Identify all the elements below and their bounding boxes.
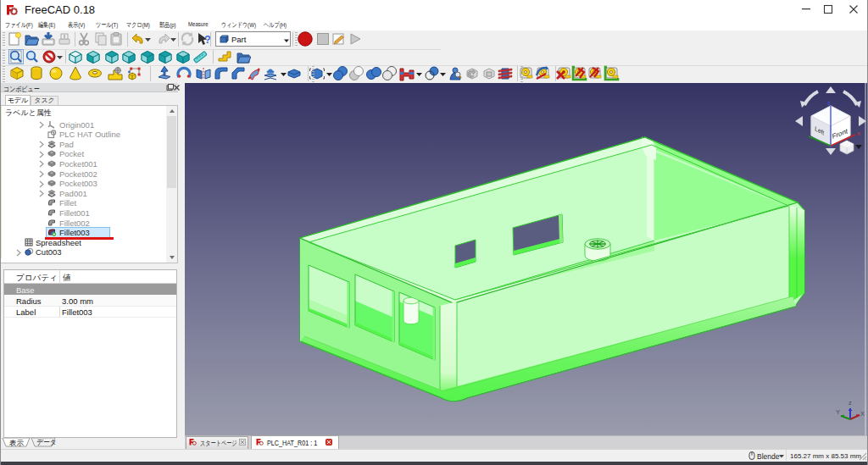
svg-text:データ: データ bbox=[36, 439, 57, 446]
svg-text:X: X bbox=[860, 410, 865, 418]
svg-text:z: z bbox=[827, 100, 831, 106]
svg-text:Y: Y bbox=[836, 408, 840, 416]
svg-text:z: z bbox=[849, 399, 852, 407]
svg-text:表示: 表示 bbox=[9, 439, 25, 447]
svg-text:x: x bbox=[857, 130, 860, 137]
